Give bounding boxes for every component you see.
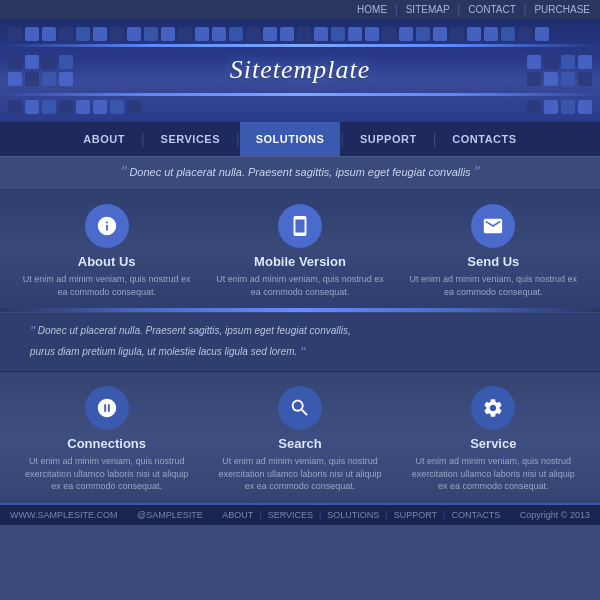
sq	[25, 27, 39, 41]
sq	[59, 100, 73, 114]
footer-nav: ABOUT | SERVICES | SOLUTIONS | SUPPORT |…	[222, 510, 500, 520]
sq	[8, 55, 22, 69]
sq	[59, 27, 73, 41]
footer-solutions[interactable]: SOLUTIONS	[327, 510, 379, 520]
left-squares	[8, 55, 88, 86]
squares-top	[0, 27, 600, 41]
sq	[144, 27, 158, 41]
connections-icon	[85, 386, 129, 430]
sq	[578, 55, 592, 69]
sq	[25, 55, 39, 69]
sep2: |	[458, 4, 461, 15]
sq	[127, 27, 141, 41]
top-bar: HOME | SITEMAP | CONTACT | PURCHASE	[0, 0, 600, 19]
sq	[527, 55, 541, 69]
sq	[178, 27, 192, 41]
footer-sep: |	[385, 510, 387, 520]
service-search-title: Search	[213, 436, 387, 451]
services-section: Connections Ut enim ad minim veniam, qui…	[0, 372, 600, 503]
sq	[127, 100, 141, 114]
sq	[416, 27, 430, 41]
feature-about: About Us Ut enim ad minim veniam, quis n…	[20, 204, 194, 298]
topbar-contact[interactable]: CONTACT	[468, 4, 516, 15]
sq	[280, 27, 294, 41]
sq	[25, 72, 39, 86]
sq	[399, 27, 413, 41]
sq	[561, 72, 575, 86]
sq	[195, 27, 209, 41]
quote-band-1: " Donec ut placerat nulla. Praesent sagi…	[0, 156, 600, 190]
service-search-desc: Ut enim ad minim veniam, quis nostrud ex…	[213, 455, 387, 493]
topbar-sitemap[interactable]: SITEMAP	[406, 4, 450, 15]
nav-bar: ABOUT | SERVICES | SOLUTIONS | SUPPORT |…	[0, 122, 600, 156]
footer-about[interactable]: ABOUT	[222, 510, 253, 520]
sq	[110, 100, 124, 114]
feature-send-title: Send Us	[406, 254, 580, 269]
sq	[433, 27, 447, 41]
footer-social[interactable]: @SAMPLESITE	[137, 510, 203, 520]
nav-support[interactable]: SUPPORT	[344, 122, 433, 156]
sq	[348, 27, 362, 41]
close-quote-2: "	[300, 344, 305, 360]
sq	[110, 27, 124, 41]
nav-contacts[interactable]: CONTACTS	[436, 122, 532, 156]
sq	[331, 27, 345, 41]
sq	[535, 27, 549, 41]
open-quote: "	[121, 164, 127, 181]
sq	[314, 27, 328, 41]
sq	[263, 27, 277, 41]
bottom-squares	[0, 98, 600, 116]
open-quote-2: "	[30, 323, 35, 339]
nav-about[interactable]: ABOUT	[67, 122, 141, 156]
sq	[229, 27, 243, 41]
topbar-purchase[interactable]: PURCHASE	[534, 4, 590, 15]
sq	[42, 55, 56, 69]
sq	[561, 55, 575, 69]
sq	[76, 100, 90, 114]
sq	[76, 27, 90, 41]
sq	[59, 55, 73, 69]
sq	[25, 100, 39, 114]
sq	[544, 55, 558, 69]
sq	[42, 72, 56, 86]
footer: WWW.SAMPLESITE.COM @SAMPLESITE ABOUT | S…	[0, 503, 600, 525]
footer-support[interactable]: SUPPORT	[394, 510, 437, 520]
feature-mobile-desc: Ut enim ad minim veniam, quis nostrud ex…	[213, 273, 387, 298]
feature-send-desc: Ut enim ad minim veniam, quis nostrud ex…	[406, 273, 580, 298]
sq	[365, 27, 379, 41]
accent-line-2	[0, 93, 600, 96]
footer-site[interactable]: WWW.SAMPLESITE.COM	[10, 510, 118, 520]
nav-solutions[interactable]: SOLUTIONS	[240, 122, 341, 156]
sq	[8, 72, 22, 86]
footer-services[interactable]: SERVICES	[268, 510, 313, 520]
feature-mobile-title: Mobile Version	[213, 254, 387, 269]
nav-services[interactable]: SERVICES	[145, 122, 236, 156]
sq	[450, 27, 464, 41]
service-service: Service Ut enim ad minim veniam, quis no…	[406, 386, 580, 493]
sq	[59, 72, 73, 86]
sep1: |	[395, 4, 398, 15]
sq	[42, 27, 56, 41]
search-icon	[278, 386, 322, 430]
about-icon	[85, 204, 129, 248]
feature-send: Send Us Ut enim ad minim veniam, quis no…	[406, 204, 580, 298]
service-connections-desc: Ut enim ad minim veniam, quis nostrud ex…	[20, 455, 194, 493]
service-service-desc: Ut enim ad minim veniam, quis nostrud ex…	[406, 455, 580, 493]
accent-line-1	[0, 44, 600, 47]
quote-text-2-line2: purus diam pretium ligula, ut molestie l…	[30, 346, 297, 357]
sq	[93, 100, 107, 114]
topbar-home[interactable]: HOME	[357, 4, 387, 15]
sq	[212, 27, 226, 41]
sq	[8, 27, 22, 41]
features-section: About Us Ut enim ad minim veniam, quis n…	[0, 190, 600, 308]
sq	[561, 100, 575, 114]
quote-text-1: Donec ut placerat nulla. Praesent sagitt…	[129, 166, 470, 178]
sq	[161, 27, 175, 41]
sq	[578, 100, 592, 114]
footer-contacts[interactable]: CONTACTS	[451, 510, 500, 520]
footer-sep: |	[319, 510, 321, 520]
gear-icon	[471, 386, 515, 430]
service-connections-title: Connections	[20, 436, 194, 451]
sq	[518, 27, 532, 41]
sq	[382, 27, 396, 41]
